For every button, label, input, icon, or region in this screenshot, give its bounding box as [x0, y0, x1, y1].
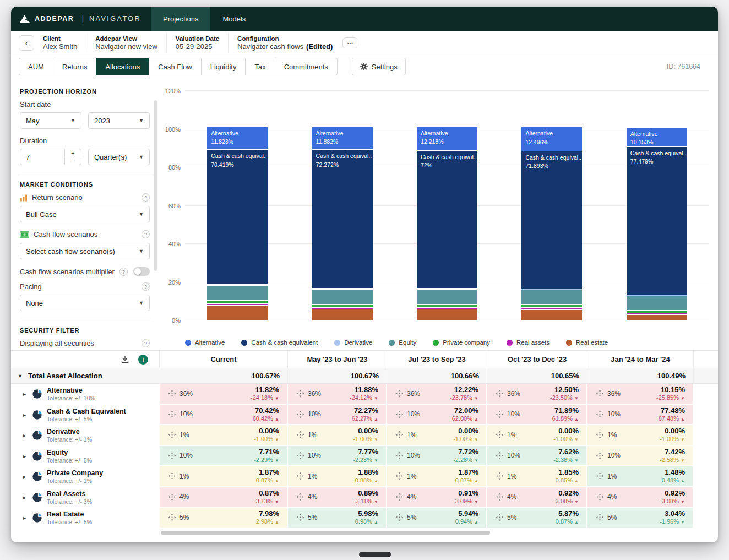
allocation-cell[interactable]: 5%5.94%0.94% ▲	[387, 508, 487, 529]
bar-segment[interactable]	[627, 313, 687, 314]
asset-class-cell[interactable]: ▸Real AssetsTolerance: +/- 3%	[11, 487, 160, 508]
bar-segment[interactable]	[521, 289, 582, 290]
more-options-button[interactable]: ...	[342, 37, 357, 48]
bar-segment[interactable]	[207, 285, 268, 300]
add-button[interactable]: +	[138, 355, 148, 365]
total-row-label[interactable]: ▾Total Asset Allocation	[11, 368, 160, 383]
bar-segment[interactable]: Alternative11.882%	[312, 127, 373, 149]
allocation-cell[interactable]: 4%0.92%-3.08% ▼	[487, 487, 587, 508]
stepper-decrement-button[interactable]: −	[65, 157, 81, 165]
bar-segment[interactable]: Cash & cash equival...71.893%	[521, 151, 582, 289]
cash-flow-scenarios-select[interactable]: Select cash flow scenario(s)▼	[20, 243, 150, 259]
allocation-cell[interactable]: 10%7.72%-2.28% ▼	[387, 446, 487, 467]
return-scenario-select[interactable]: Bull Case▼	[20, 206, 150, 222]
allocation-cell[interactable]: 4%0.89%-3.11% ▼	[288, 487, 387, 508]
allocation-cell[interactable]: 10%77.48%67.48% ▲	[587, 405, 694, 426]
allocation-cell[interactable]: 4%0.87%-3.13% ▼	[160, 487, 288, 508]
legend-item[interactable]: Real estate	[566, 339, 608, 346]
legend-item[interactable]: Derivative	[334, 339, 372, 346]
asset-class-cell[interactable]: ▸Private CompanyTolerance: +/- 1%	[11, 466, 160, 487]
bar-segment[interactable]	[207, 300, 268, 303]
legend-item[interactable]: Private company	[433, 339, 490, 346]
help-icon[interactable]: ?	[142, 193, 150, 202]
tab-cash-flow[interactable]: Cash Flow	[149, 58, 201, 75]
bar-segment[interactable]: Cash & cash equival...72.272%	[312, 149, 373, 287]
asset-class-cell[interactable]: ▸Real EstateTolerance: +/- 5%	[11, 508, 160, 529]
legend-item[interactable]: Cash & cash equivalent	[241, 339, 318, 346]
stacked-bar[interactable]: Cash & cash equival...77.479%Alternative…	[627, 127, 687, 320]
pacing-select[interactable]: None▼	[20, 295, 150, 311]
bar-segment[interactable]	[207, 303, 268, 305]
horizontal-scrollbar[interactable]	[161, 531, 490, 535]
tab-liquidity[interactable]: Liquidity	[202, 58, 246, 75]
allocation-cell[interactable]: 1%1.87%0.87% ▲	[387, 466, 487, 487]
bar-segment[interactable]	[312, 304, 373, 308]
allocation-cell[interactable]: 1%0.00%-1.00% ▼	[387, 425, 487, 446]
bar-segment[interactable]	[521, 307, 582, 309]
expand-icon[interactable]: ▸	[23, 391, 28, 397]
bar-segment[interactable]	[312, 288, 373, 289]
bar-segment[interactable]	[521, 290, 582, 304]
allocation-cell[interactable]: 5%5.98%0.98% ▲	[288, 508, 387, 529]
help-icon[interactable]: ?	[142, 282, 150, 291]
bar-segment[interactable]: Alternative11.823%	[207, 127, 268, 149]
bar-segment[interactable]: Alternative12.496%	[521, 127, 582, 150]
bar-segment[interactable]	[627, 295, 687, 296]
allocation-cell[interactable]: 10%71.89%61.89% ▲	[487, 405, 587, 426]
sidebar-scrollbar[interactable]	[154, 100, 157, 271]
stacked-bar[interactable]: Cash & cash equival...72.272%Alternative…	[312, 127, 373, 320]
bar-segment[interactable]	[417, 304, 477, 307]
expand-icon[interactable]: ▸	[23, 494, 28, 501]
settings-button[interactable]: Settings	[352, 58, 406, 75]
allocation-cell[interactable]: 1%0.00%-1.00% ▼	[288, 425, 387, 446]
bar-segment[interactable]	[417, 309, 477, 320]
allocation-cell[interactable]: 10%7.62%-2.38% ▼	[487, 446, 587, 467]
expand-icon[interactable]: ▸	[23, 474, 28, 480]
expand-icon[interactable]: ▸	[23, 453, 28, 459]
allocation-cell[interactable]: 5%3.04%-1.96% ▼	[587, 508, 694, 529]
stacked-bar[interactable]: Cash & cash equival...71.893%Alternative…	[521, 127, 582, 320]
allocation-cell[interactable]: 36%12.22%-23.78% ▼	[387, 384, 487, 405]
bar-segment[interactable]	[521, 309, 582, 320]
bar-segment[interactable]	[312, 289, 373, 304]
column-header[interactable]: Current	[160, 351, 288, 368]
nav-tab-models[interactable]: Models	[210, 7, 258, 31]
allocation-cell[interactable]: 1%1.48%0.48% ▲	[587, 466, 694, 487]
bar-segment[interactable]	[207, 284, 268, 285]
legend-item[interactable]: Alternative	[185, 339, 225, 346]
asset-class-cell[interactable]: ▸DerivativeTolerance: +/- 1%	[11, 425, 160, 446]
allocation-cell[interactable]: 10%7.77%-2.23% ▼	[288, 446, 387, 467]
expand-icon[interactable]: ▸	[23, 515, 28, 521]
stacked-bar[interactable]: Cash & cash equival...70.419%Alternative…	[207, 127, 268, 320]
bar-segment[interactable]	[627, 310, 687, 313]
expand-icon[interactable]: ▸	[23, 412, 28, 418]
download-icon[interactable]	[121, 355, 129, 364]
tab-commitments[interactable]: Commitments	[275, 58, 338, 75]
nav-tab-projections[interactable]: Projections	[151, 7, 210, 31]
allocation-cell[interactable]: 5%5.87%0.87% ▲	[487, 508, 587, 529]
allocation-cell[interactable]: 1%1.88%0.88% ▲	[288, 466, 387, 487]
tab-tax[interactable]: Tax	[246, 58, 275, 75]
allocation-cell[interactable]: 36%12.50%-23.50% ▼	[487, 384, 587, 405]
legend-item[interactable]: Real assets	[507, 339, 550, 346]
allocation-cell[interactable]: 1%1.87%0.87% ▲	[160, 466, 288, 487]
bar-segment[interactable]: Cash & cash equival...70.419%	[207, 149, 268, 284]
back-button[interactable]: ‹	[19, 35, 34, 51]
allocation-cell[interactable]: 4%0.92%-3.08% ▼	[587, 487, 694, 508]
bar-segment[interactable]	[521, 304, 582, 307]
allocation-cell[interactable]: 5%7.98%2.98% ▲	[160, 508, 288, 529]
help-icon[interactable]: ?	[119, 268, 128, 276]
allocation-cell[interactable]: 36%10.15%-25.85% ▼	[587, 384, 694, 405]
allocation-cell[interactable]: 36%11.88%-24.12% ▼	[288, 384, 387, 405]
bar-segment[interactable]	[312, 309, 373, 320]
bar-segment[interactable]	[417, 289, 477, 304]
bar-segment[interactable]: Alternative10.153%	[627, 127, 687, 146]
allocation-cell[interactable]: 10%7.42%-2.58% ▼	[587, 446, 694, 467]
bar-segment[interactable]	[312, 307, 373, 309]
column-header[interactable]: Jul '23 to Sep '23	[387, 351, 487, 368]
help-icon[interactable]: ?	[142, 339, 150, 347]
allocation-cell[interactable]: 10%7.71%-2.29% ▼	[160, 446, 288, 467]
bar-segment[interactable]	[417, 307, 477, 309]
help-icon[interactable]: ?	[142, 230, 150, 238]
asset-class-cell[interactable]: ▸EquityTolerance: +/- 5%	[11, 446, 160, 467]
